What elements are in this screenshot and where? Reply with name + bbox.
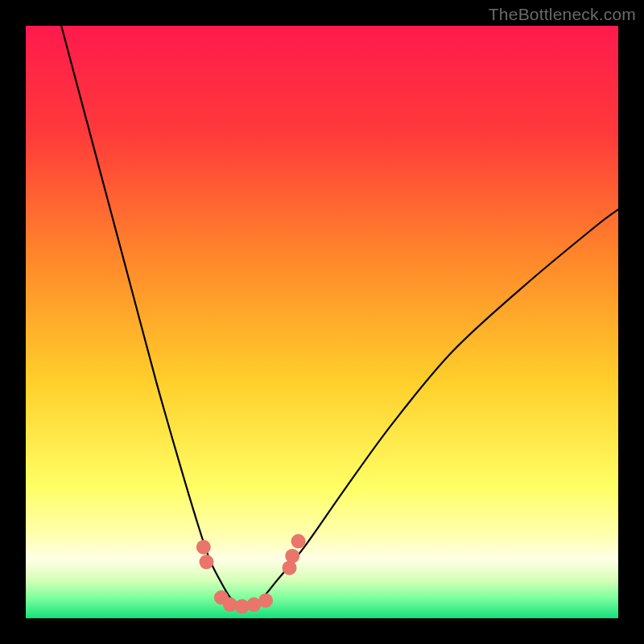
highlight-dot <box>291 534 306 548</box>
highlight-dot <box>285 549 299 564</box>
highlight-dot <box>258 593 273 608</box>
highlight-dot <box>199 555 213 569</box>
watermark-text: TheBottleneck.com <box>489 5 636 24</box>
bottleneck-chart <box>26 26 618 618</box>
gradient-background <box>26 26 618 618</box>
highlight-dot <box>196 540 211 555</box>
plot-area <box>26 26 618 618</box>
chart-frame: TheBottleneck.com <box>0 0 644 644</box>
